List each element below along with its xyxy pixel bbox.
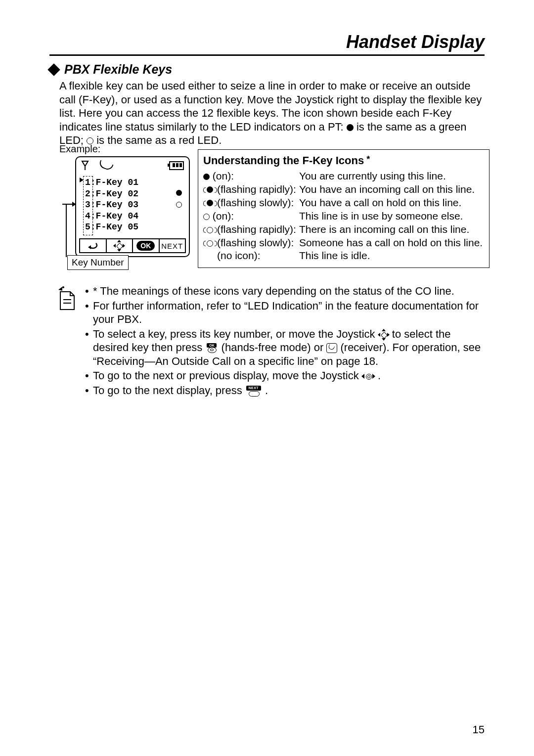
note-text: * The meanings of these icons vary depen… — [93, 284, 454, 298]
asterisk-icon: * — [364, 154, 370, 164]
understanding-title-text: Understanding the F-Key Icons — [203, 154, 364, 167]
softkey-joystick — [107, 239, 134, 252]
selection-arrow-icon — [80, 178, 84, 182]
fkey-row-2: 2:F-Key 02 — [85, 188, 138, 200]
legend-desc: You are currently using this line. — [299, 170, 483, 183]
next-button-icon-label: NEXT — [246, 386, 261, 391]
legend-row: (flashing slowly):You have a call on hol… — [203, 196, 483, 210]
section-title: PBX Flexible Keys — [64, 62, 172, 77]
open-dot-flash-icon — [203, 240, 217, 247]
page-header: Handset Display — [49, 32, 485, 56]
legend-label: (flashing rapidly): — [217, 223, 296, 235]
legend-row: (on):This line is in use by someone else… — [203, 210, 483, 223]
antenna-icon — [81, 160, 89, 170]
legend-desc: Someone has a call on hold on this line. — [299, 236, 483, 250]
note-item: • To go to the next display, press NEXT … — [85, 384, 485, 398]
legend-row: (flashing rapidly):You have an incoming … — [203, 183, 483, 196]
note-item: • To select a key, press its key number,… — [85, 327, 485, 368]
note-text: To select a key, press its key number, o… — [93, 327, 485, 368]
note-text: For further information, refer to “LED I… — [93, 299, 485, 326]
fkey-3-status-icon — [176, 202, 182, 208]
legend-label: (flashing rapidly): — [217, 183, 296, 195]
filled-dot-icon — [203, 174, 210, 180]
callout-line — [66, 205, 67, 257]
handset-display-diagram: 1:F-Key 01 2:F-Key 02 3:F-Key 03 4:F-Key… — [75, 156, 190, 257]
example-label: Example: — [59, 143, 100, 155]
note-item: • To go to the next or previous display,… — [85, 369, 485, 383]
status-bar — [80, 160, 185, 172]
joystick-4way-icon — [378, 329, 389, 340]
key-number-label: Key Number — [67, 255, 129, 270]
fkey-list: 1:F-Key 01 2:F-Key 02 3:F-Key 03 4:F-Key… — [85, 177, 138, 233]
note-fragment: . — [265, 384, 268, 397]
legend-label: (no icon): — [217, 250, 261, 261]
note-fragment: To select a key, press its key number, o… — [93, 328, 378, 340]
handset-icon — [98, 160, 113, 172]
legend-desc: You have a call on hold on this line. — [299, 196, 483, 210]
svg-point-2 — [62, 286, 64, 288]
note-fragment: To go to the next or previous display, m… — [93, 369, 362, 382]
legend-desc: This line is idle. — [299, 249, 483, 263]
filled-dot-flash-icon — [203, 186, 217, 193]
open-dot-flash-icon — [203, 226, 217, 233]
fkey-row-4: 4:F-Key 04 — [85, 211, 138, 222]
back-arrow-icon — [86, 241, 100, 250]
legend-row: (on):You are currently using this line. — [203, 170, 483, 183]
legend-row: (flashing slowly):Someone has a call on … — [203, 236, 483, 250]
page-number: 15 — [473, 723, 485, 736]
softkey-next: NEXT — [160, 239, 185, 252]
icon-legend-table: (on):You are currently using this line. … — [203, 170, 483, 263]
fkey-1-label: 1:F-Key 01 — [85, 178, 138, 187]
legend-row: (flashing rapidly):There is an incoming … — [203, 223, 483, 236]
intro-text-3: is the same as a red LED. — [96, 134, 222, 146]
fkey-2-status-icon — [176, 190, 182, 196]
legend-label: (on): — [210, 210, 234, 222]
note-fragment: (hands-free mode) or — [222, 341, 327, 354]
ok-button-icon: OK — [205, 343, 218, 353]
understanding-title: Understanding the F-Key Icons * — [203, 154, 484, 168]
note-icon — [55, 286, 77, 311]
note-item: •* The meanings of these icons vary depe… — [85, 284, 485, 298]
softkey-bar: OK NEXT — [79, 238, 186, 253]
note-text: To go to the next display, press NEXT . — [93, 384, 268, 398]
battery-icon — [169, 161, 184, 170]
note-item: •For further information, refer to “LED … — [85, 299, 485, 326]
note-fragment: . — [378, 369, 381, 382]
ok-label: OK — [136, 241, 155, 251]
legend-desc: This line is in use by someone else. — [299, 210, 483, 223]
fkey-row-1: 1:F-Key 01 — [85, 177, 138, 188]
legend-desc: You have an incoming call on this line. — [299, 183, 483, 196]
receiver-icon — [326, 343, 337, 353]
intro-paragraph: A flexible key can be used either to sei… — [59, 79, 485, 147]
legend-label: (flashing slowly): — [217, 197, 294, 208]
filled-dot-icon — [347, 124, 354, 131]
legend-label: (flashing slowly): — [217, 237, 294, 248]
legend-row: (no icon):This line is idle. — [203, 249, 483, 263]
section-title-row: PBX Flexible Keys — [49, 62, 172, 77]
joystick-4way-icon — [114, 240, 125, 251]
joystick-leftright-icon — [362, 372, 375, 380]
fkey-row-5: 5:F-Key 05 — [85, 222, 138, 233]
note-text: To go to the next or previous display, m… — [93, 369, 381, 383]
notes-list: •* The meanings of these icons vary depe… — [85, 284, 485, 398]
softkey-back — [80, 239, 107, 252]
open-dot-icon — [203, 214, 210, 220]
softkey-ok: OK — [133, 239, 160, 252]
filled-dot-flash-icon — [203, 200, 217, 207]
note-fragment: To go to the next display, press — [93, 384, 245, 397]
understanding-box: Understanding the F-Key Icons * (on):You… — [198, 149, 490, 268]
legend-desc: There is an incoming call on this line. — [299, 223, 483, 236]
legend-label: (on): — [210, 170, 234, 181]
fkey-row-3: 3:F-Key 03 — [85, 199, 138, 211]
diamond-bullet-icon — [47, 63, 60, 76]
callout-arrow-icon — [62, 204, 75, 205]
next-button-icon: NEXT — [245, 386, 262, 397]
